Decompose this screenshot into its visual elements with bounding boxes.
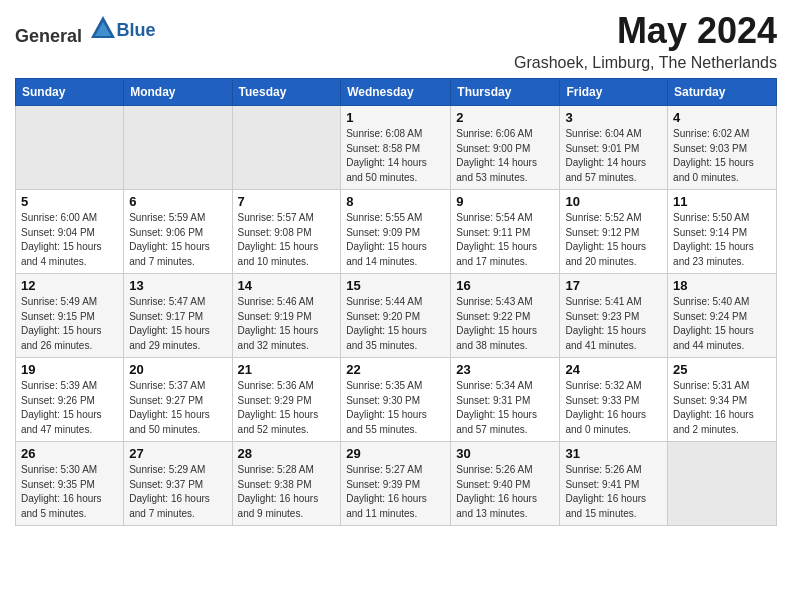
day-info: Sunrise: 5:47 AM Sunset: 9:17 PM Dayligh… [129,295,226,353]
day-cell: 28Sunrise: 5:28 AM Sunset: 9:38 PM Dayli… [232,442,341,526]
day-number: 20 [129,362,226,377]
header-cell-tuesday: Tuesday [232,79,341,106]
day-info: Sunrise: 5:26 AM Sunset: 9:40 PM Dayligh… [456,463,554,521]
title-area: May 2024 Grashoek, Limburg, The Netherla… [514,10,777,72]
day-number: 2 [456,110,554,125]
day-info: Sunrise: 6:00 AM Sunset: 9:04 PM Dayligh… [21,211,118,269]
day-cell: 18Sunrise: 5:40 AM Sunset: 9:24 PM Dayli… [668,274,777,358]
day-info: Sunrise: 6:06 AM Sunset: 9:00 PM Dayligh… [456,127,554,185]
day-number: 28 [238,446,336,461]
day-info: Sunrise: 5:46 AM Sunset: 9:19 PM Dayligh… [238,295,336,353]
day-info: Sunrise: 5:59 AM Sunset: 9:06 PM Dayligh… [129,211,226,269]
day-cell [668,442,777,526]
day-cell: 26Sunrise: 5:30 AM Sunset: 9:35 PM Dayli… [16,442,124,526]
header-cell-saturday: Saturday [668,79,777,106]
day-info: Sunrise: 5:50 AM Sunset: 9:14 PM Dayligh… [673,211,771,269]
week-row-4: 19Sunrise: 5:39 AM Sunset: 9:26 PM Dayli… [16,358,777,442]
day-number: 29 [346,446,445,461]
day-number: 26 [21,446,118,461]
day-cell: 2Sunrise: 6:06 AM Sunset: 9:00 PM Daylig… [451,106,560,190]
day-cell: 8Sunrise: 5:55 AM Sunset: 9:09 PM Daylig… [341,190,451,274]
day-cell: 10Sunrise: 5:52 AM Sunset: 9:12 PM Dayli… [560,190,668,274]
day-info: Sunrise: 5:39 AM Sunset: 9:26 PM Dayligh… [21,379,118,437]
day-number: 24 [565,362,662,377]
day-number: 1 [346,110,445,125]
day-cell: 21Sunrise: 5:36 AM Sunset: 9:29 PM Dayli… [232,358,341,442]
day-info: Sunrise: 5:41 AM Sunset: 9:23 PM Dayligh… [565,295,662,353]
day-number: 5 [21,194,118,209]
day-cell [16,106,124,190]
day-cell: 22Sunrise: 5:35 AM Sunset: 9:30 PM Dayli… [341,358,451,442]
day-cell: 14Sunrise: 5:46 AM Sunset: 9:19 PM Dayli… [232,274,341,358]
day-number: 17 [565,278,662,293]
day-cell: 5Sunrise: 6:00 AM Sunset: 9:04 PM Daylig… [16,190,124,274]
day-cell: 23Sunrise: 5:34 AM Sunset: 9:31 PM Dayli… [451,358,560,442]
day-cell: 15Sunrise: 5:44 AM Sunset: 9:20 PM Dayli… [341,274,451,358]
day-cell: 29Sunrise: 5:27 AM Sunset: 9:39 PM Dayli… [341,442,451,526]
day-number: 15 [346,278,445,293]
day-cell: 11Sunrise: 5:50 AM Sunset: 9:14 PM Dayli… [668,190,777,274]
day-number: 16 [456,278,554,293]
main-title: May 2024 [514,10,777,52]
day-number: 8 [346,194,445,209]
logo-icon [89,14,117,42]
day-cell: 7Sunrise: 5:57 AM Sunset: 9:08 PM Daylig… [232,190,341,274]
day-info: Sunrise: 5:26 AM Sunset: 9:41 PM Dayligh… [565,463,662,521]
day-number: 30 [456,446,554,461]
day-info: Sunrise: 5:31 AM Sunset: 9:34 PM Dayligh… [673,379,771,437]
week-row-2: 5Sunrise: 6:00 AM Sunset: 9:04 PM Daylig… [16,190,777,274]
day-cell: 4Sunrise: 6:02 AM Sunset: 9:03 PM Daylig… [668,106,777,190]
day-info: Sunrise: 6:04 AM Sunset: 9:01 PM Dayligh… [565,127,662,185]
day-info: Sunrise: 5:52 AM Sunset: 9:12 PM Dayligh… [565,211,662,269]
header-cell-thursday: Thursday [451,79,560,106]
day-cell: 19Sunrise: 5:39 AM Sunset: 9:26 PM Dayli… [16,358,124,442]
week-row-3: 12Sunrise: 5:49 AM Sunset: 9:15 PM Dayli… [16,274,777,358]
day-cell: 9Sunrise: 5:54 AM Sunset: 9:11 PM Daylig… [451,190,560,274]
header-cell-wednesday: Wednesday [341,79,451,106]
day-info: Sunrise: 5:30 AM Sunset: 9:35 PM Dayligh… [21,463,118,521]
day-number: 10 [565,194,662,209]
day-cell: 12Sunrise: 5:49 AM Sunset: 9:15 PM Dayli… [16,274,124,358]
day-info: Sunrise: 5:57 AM Sunset: 9:08 PM Dayligh… [238,211,336,269]
day-info: Sunrise: 5:37 AM Sunset: 9:27 PM Dayligh… [129,379,226,437]
day-info: Sunrise: 5:34 AM Sunset: 9:31 PM Dayligh… [456,379,554,437]
week-row-1: 1Sunrise: 6:08 AM Sunset: 8:58 PM Daylig… [16,106,777,190]
day-number: 13 [129,278,226,293]
day-number: 9 [456,194,554,209]
day-cell: 20Sunrise: 5:37 AM Sunset: 9:27 PM Dayli… [124,358,232,442]
day-number: 3 [565,110,662,125]
day-cell: 16Sunrise: 5:43 AM Sunset: 9:22 PM Dayli… [451,274,560,358]
day-info: Sunrise: 5:32 AM Sunset: 9:33 PM Dayligh… [565,379,662,437]
day-cell: 3Sunrise: 6:04 AM Sunset: 9:01 PM Daylig… [560,106,668,190]
day-number: 31 [565,446,662,461]
day-info: Sunrise: 5:55 AM Sunset: 9:09 PM Dayligh… [346,211,445,269]
day-info: Sunrise: 5:35 AM Sunset: 9:30 PM Dayligh… [346,379,445,437]
day-info: Sunrise: 6:08 AM Sunset: 8:58 PM Dayligh… [346,127,445,185]
day-cell [232,106,341,190]
page-header: General Blue May 2024 Grashoek, Limburg,… [15,10,777,72]
day-cell: 1Sunrise: 6:08 AM Sunset: 8:58 PM Daylig… [341,106,451,190]
day-cell: 27Sunrise: 5:29 AM Sunset: 9:37 PM Dayli… [124,442,232,526]
day-number: 12 [21,278,118,293]
day-cell: 6Sunrise: 5:59 AM Sunset: 9:06 PM Daylig… [124,190,232,274]
subtitle: Grashoek, Limburg, The Netherlands [514,54,777,72]
day-cell: 30Sunrise: 5:26 AM Sunset: 9:40 PM Dayli… [451,442,560,526]
week-row-5: 26Sunrise: 5:30 AM Sunset: 9:35 PM Dayli… [16,442,777,526]
day-cell: 24Sunrise: 5:32 AM Sunset: 9:33 PM Dayli… [560,358,668,442]
day-cell: 17Sunrise: 5:41 AM Sunset: 9:23 PM Dayli… [560,274,668,358]
day-info: Sunrise: 5:28 AM Sunset: 9:38 PM Dayligh… [238,463,336,521]
day-number: 18 [673,278,771,293]
day-cell: 25Sunrise: 5:31 AM Sunset: 9:34 PM Dayli… [668,358,777,442]
logo: General Blue [15,14,156,47]
logo-blue: Blue [117,20,156,40]
day-number: 4 [673,110,771,125]
day-info: Sunrise: 5:36 AM Sunset: 9:29 PM Dayligh… [238,379,336,437]
day-number: 23 [456,362,554,377]
day-info: Sunrise: 5:49 AM Sunset: 9:15 PM Dayligh… [21,295,118,353]
day-number: 25 [673,362,771,377]
day-cell [124,106,232,190]
day-number: 21 [238,362,336,377]
header-cell-sunday: Sunday [16,79,124,106]
logo-general: General [15,26,82,46]
header-cell-monday: Monday [124,79,232,106]
